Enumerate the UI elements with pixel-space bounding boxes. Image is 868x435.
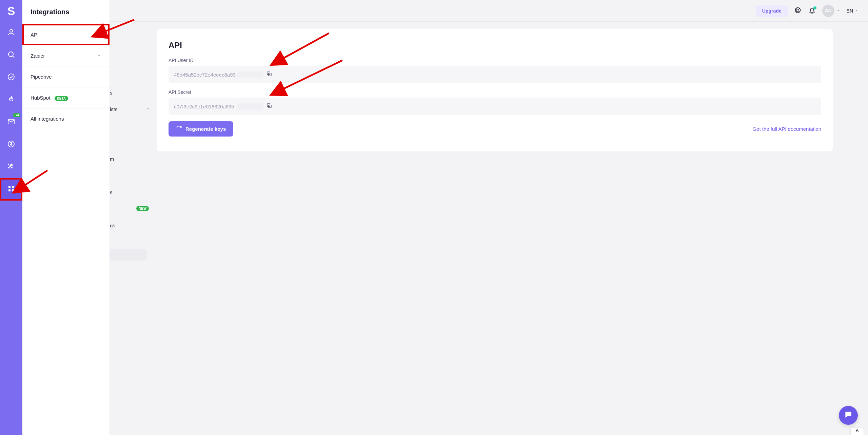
rail-plugins[interactable] xyxy=(0,156,22,178)
redacted-portion xyxy=(237,71,263,78)
puzzle-icon xyxy=(7,162,15,172)
page-title: API xyxy=(169,41,821,50)
submenu-item-label: API xyxy=(31,32,39,38)
svg-rect-8 xyxy=(8,189,11,191)
language-selector[interactable]: EN xyxy=(847,8,859,14)
api-docs-link[interactable]: Get the full API documentation xyxy=(752,126,821,132)
dollar-circle-icon xyxy=(7,140,15,149)
svg-rect-6 xyxy=(8,186,11,188)
rail-campaigns[interactable]: +AI xyxy=(0,111,22,133)
lifebuoy-icon xyxy=(794,7,801,15)
svg-line-14 xyxy=(796,11,797,12)
notifications-button[interactable] xyxy=(808,7,816,15)
chevron-up-icon: ^ xyxy=(855,429,859,435)
api-secret-field: c07f3e2c9e1e018320a695 xyxy=(169,98,821,115)
peek-text: ists xyxy=(110,106,146,112)
rail-search[interactable] xyxy=(0,44,22,66)
copy-icon xyxy=(266,104,272,110)
mail-icon xyxy=(7,118,15,127)
svg-line-15 xyxy=(798,11,800,12)
regenerate-label: Regenerate keys xyxy=(185,126,226,132)
svg-line-12 xyxy=(796,8,797,9)
submenu-item-label: Pipedrive xyxy=(31,74,52,80)
api-card: API API User ID 48d45a52dc72e4eeec8a93 A… xyxy=(157,29,833,151)
caret-down-icon xyxy=(836,8,841,14)
submenu-panel: Integrations API Zapier Pipedrive HubSpo… xyxy=(22,0,110,435)
copy-user-id-button[interactable] xyxy=(266,71,272,78)
svg-point-0 xyxy=(10,29,13,32)
copy-icon xyxy=(266,72,272,78)
support-button[interactable] xyxy=(794,7,802,15)
scroll-top-tab[interactable]: ^ xyxy=(850,428,864,435)
chat-fab[interactable] xyxy=(839,406,858,425)
language-label: EN xyxy=(847,8,853,14)
rail-tasks[interactable] xyxy=(0,66,22,89)
ai-badge: +AI xyxy=(13,113,20,117)
rail-deals[interactable] xyxy=(0,89,22,111)
api-user-id-value: 48d45a52dc72e4eeec8a93 xyxy=(174,72,238,78)
peek-text: s xyxy=(110,189,151,195)
rail-billing[interactable] xyxy=(0,133,22,156)
brand-logo[interactable]: S xyxy=(0,0,22,22)
submenu-item-zapier[interactable]: Zapier xyxy=(22,45,110,66)
topbar: Upgrade SA EN xyxy=(110,0,868,22)
check-circle-icon xyxy=(7,73,15,82)
refresh-icon xyxy=(176,125,182,132)
apps-grid-icon xyxy=(7,185,15,194)
svg-rect-7 xyxy=(12,186,14,188)
regenerate-keys-button[interactable]: Regenerate keys xyxy=(169,121,233,137)
submenu-item-api[interactable]: API xyxy=(22,24,110,45)
submenu-item-pipedrive[interactable]: Pipedrive xyxy=(22,66,110,87)
under-panel-peek: s ists m s NEW gs xyxy=(110,0,151,435)
peek-stub-box xyxy=(110,249,147,261)
svg-point-3 xyxy=(8,74,14,80)
api-user-id-label: API User ID xyxy=(169,58,821,63)
chevron-down-icon xyxy=(97,53,101,59)
chevron-down-icon xyxy=(146,106,151,112)
api-secret-label: API Secret xyxy=(169,89,821,95)
icon-rail: S +AI xyxy=(0,0,22,435)
svg-point-11 xyxy=(796,9,799,11)
submenu-item-all[interactable]: All integrations xyxy=(22,108,110,129)
rail-contacts[interactable] xyxy=(0,22,22,44)
api-user-id-field: 48d45a52dc72e4eeec8a93 xyxy=(169,66,821,83)
peek-text: s xyxy=(110,90,151,96)
beta-badge: BETA xyxy=(55,96,68,101)
svg-line-13 xyxy=(798,8,800,9)
peek-text: m xyxy=(110,156,151,162)
chat-icon xyxy=(844,410,853,420)
submenu-item-label: All integrations xyxy=(31,116,64,122)
upgrade-button[interactable]: Upgrade xyxy=(756,5,788,17)
submenu-item-hubspot[interactable]: HubSpot BETA xyxy=(22,87,110,108)
avatar: SA xyxy=(822,5,834,17)
peek-text: gs xyxy=(110,223,151,228)
svg-point-1 xyxy=(8,52,13,57)
notification-dot xyxy=(813,6,816,9)
user-menu[interactable]: SA xyxy=(822,5,841,17)
svg-rect-9 xyxy=(12,189,14,191)
new-badge: NEW xyxy=(136,206,149,211)
search-icon xyxy=(7,50,15,60)
submenu-item-label: Zapier xyxy=(31,53,45,59)
flame-icon xyxy=(7,95,15,105)
user-icon xyxy=(7,28,15,38)
copy-secret-button[interactable] xyxy=(266,103,272,110)
rail-integrations[interactable] xyxy=(0,178,22,201)
submenu-item-label: HubSpot xyxy=(31,95,50,101)
svg-line-2 xyxy=(13,56,15,58)
redacted-portion xyxy=(237,103,263,109)
caret-down-icon xyxy=(854,8,859,14)
api-secret-value: c07f3e2c9e1e018320a695 xyxy=(174,104,238,109)
submenu-title: Integrations xyxy=(22,0,110,24)
